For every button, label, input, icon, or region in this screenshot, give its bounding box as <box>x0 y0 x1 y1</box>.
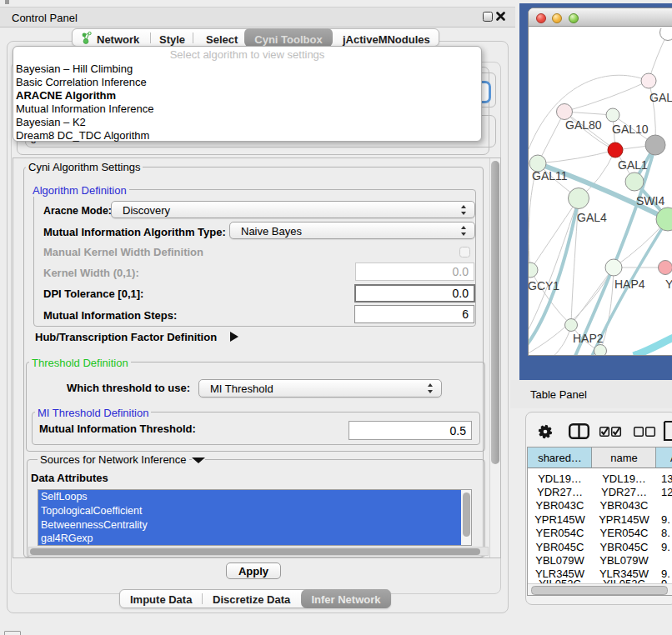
svg-text:GAL: GAL <box>649 91 672 104</box>
svg-text:HAP4: HAP4 <box>614 278 645 291</box>
svg-text:GAL4: GAL4 <box>577 211 607 224</box>
svg-text:SWI4: SWI4 <box>636 194 664 208</box>
svg-text:Y: Y <box>665 278 672 291</box>
svg-text:GAL1: GAL1 <box>618 158 648 172</box>
svg-text:GAL10: GAL10 <box>612 122 649 136</box>
svg-text:HAP2: HAP2 <box>573 332 604 345</box>
svg-text:GAL80: GAL80 <box>565 118 602 132</box>
svg-text:GCY1: GCY1 <box>529 279 559 292</box>
svg-text:GAL11: GAL11 <box>532 169 568 182</box>
